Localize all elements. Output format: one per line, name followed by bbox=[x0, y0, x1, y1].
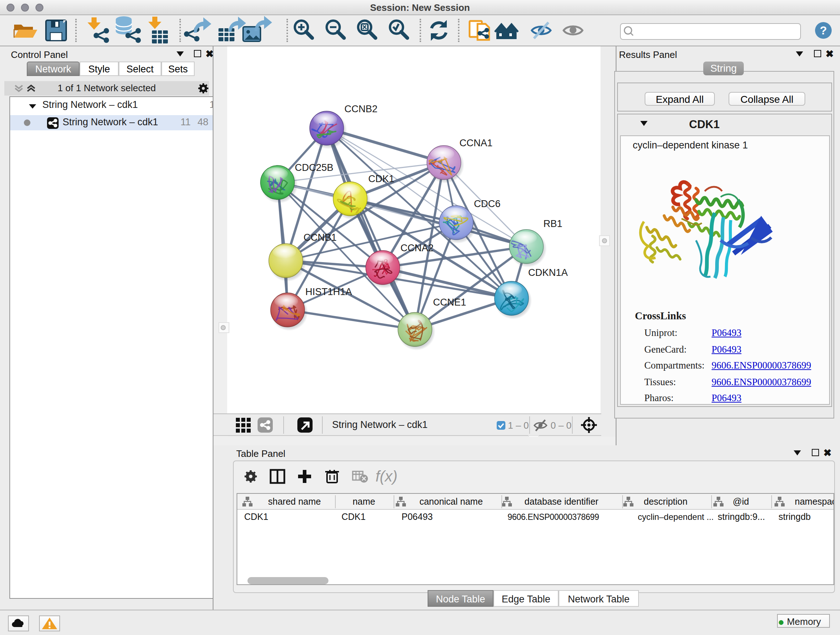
svg-text:CCNB1: CCNB1 bbox=[303, 232, 337, 243]
svg-text:?: ? bbox=[820, 24, 827, 37]
svg-text:HIST1H1A: HIST1H1A bbox=[305, 287, 352, 297]
svg-text:CDC6: CDC6 bbox=[474, 198, 501, 209]
svg-text:CDC25B: CDC25B bbox=[295, 162, 333, 173]
svg-text:CCNA2: CCNA2 bbox=[401, 242, 434, 253]
svg-text:CDK1: CDK1 bbox=[368, 173, 394, 184]
svg-text:CCNA1: CCNA1 bbox=[459, 138, 493, 149]
svg-text:CCNE1: CCNE1 bbox=[433, 297, 466, 308]
svg-text:RB1: RB1 bbox=[543, 218, 562, 229]
svg-text:f(x): f(x) bbox=[376, 468, 398, 485]
svg-text:CDKN1A: CDKN1A bbox=[528, 267, 568, 278]
svg-text:CCNB2: CCNB2 bbox=[344, 103, 378, 114]
